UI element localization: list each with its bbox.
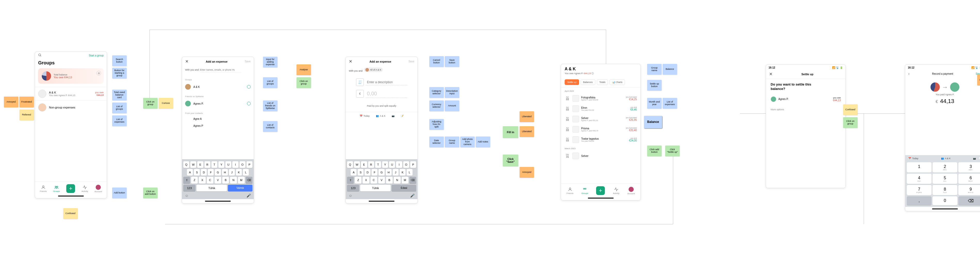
add-expense-button[interactable]: + [596, 186, 605, 195]
key-G[interactable]: G [379, 169, 384, 176]
key-Z[interactable]: Z [191, 177, 198, 184]
search-icon[interactable] [38, 53, 42, 58]
expense-row[interactable]: Apr03 Toatar tagastusYou paid €48,00 you… [561, 135, 640, 145]
tab-groups[interactable]: Groups [53, 185, 60, 192]
tab-charts[interactable]: 📊 Charts [609, 79, 625, 85]
key-R[interactable]: R [368, 161, 374, 168]
save-button[interactable]: Save [409, 60, 414, 63]
key-V[interactable]: V [378, 177, 385, 184]
numkey-3[interactable]: 3DEF [958, 162, 980, 173]
emoji-icon[interactable]: ☺ [185, 193, 188, 198]
key-L[interactable]: L [243, 169, 249, 176]
key-R[interactable]: R [204, 161, 210, 168]
group-selector[interactable]: 👥A & K [376, 115, 386, 117]
filter-icon[interactable]: ⚙ [96, 71, 101, 76]
key-C[interactable]: C [207, 177, 213, 184]
date-selector[interactable]: 📅Today [908, 157, 918, 160]
key-Q[interactable]: Q [347, 161, 353, 168]
category-icon[interactable]: 🧾 [356, 78, 364, 86]
description-input[interactable] [366, 79, 407, 85]
contact-option[interactable]: Agnes P [182, 122, 254, 129]
key-I[interactable]: I [396, 161, 402, 168]
camera-icon[interactable]: 📷 [973, 157, 976, 160]
numkey-⌫[interactable]: ⌫ [958, 196, 980, 205]
tab-friends[interactable]: Friends [40, 185, 47, 192]
group-row[interactable]: A & K You owe Agnes P. €44,13 you owe €4… [35, 87, 107, 100]
camera-button[interactable]: 📷 [391, 115, 395, 117]
key-Y[interactable]: Y [382, 161, 388, 168]
key-K[interactable]: K [399, 169, 406, 176]
key-G[interactable]: G [215, 169, 221, 176]
key-T[interactable]: T [375, 161, 381, 168]
more-options[interactable]: More options [766, 105, 845, 114]
key-E[interactable]: E [197, 161, 203, 168]
key-N[interactable]: N [394, 177, 400, 184]
numkey-4[interactable]: 4GHI [907, 174, 932, 184]
tab-activity[interactable]: Activity [613, 187, 619, 195]
tab-balances[interactable]: Balances [581, 79, 595, 85]
mic-icon[interactable]: 🎤 [410, 193, 415, 198]
key-O[interactable]: O [403, 161, 409, 168]
key-U[interactable]: U [225, 161, 231, 168]
tab-totals[interactable]: Totals [597, 79, 608, 85]
key-K[interactable]: K [236, 169, 242, 176]
key-Z[interactable]: Z [355, 177, 361, 184]
amount-field[interactable]: 44,13 [940, 98, 954, 105]
key-P[interactable]: P [247, 161, 252, 168]
numkey-2[interactable]: 2ABC [932, 162, 957, 173]
key-⇧[interactable]: ⇧ [347, 177, 354, 184]
numkey-0[interactable]: 0 [932, 196, 957, 205]
key-W[interactable]: W [354, 161, 360, 168]
key-V[interactable]: V [215, 177, 221, 184]
numkey-8[interactable]: 8TUV [932, 185, 957, 195]
close-icon[interactable]: ✕ [769, 71, 772, 76]
key-D[interactable]: D [201, 169, 207, 176]
key-done[interactable]: Edasi [391, 185, 416, 192]
key-Q[interactable]: Q [183, 161, 189, 168]
key-H[interactable]: H [386, 169, 391, 176]
expense-row[interactable]: Apr03 SelverAgnes P. paid €51,91 you bor… [561, 114, 640, 124]
key-S[interactable]: S [358, 169, 364, 176]
amount-input[interactable]: 0,00 [366, 90, 407, 98]
key-E[interactable]: E [361, 161, 367, 168]
key-J[interactable]: J [393, 169, 399, 176]
date-selector[interactable]: 📅Today [360, 115, 370, 117]
tab-friends[interactable]: Friends [566, 187, 573, 195]
with-chip[interactable]: All of A & K [364, 68, 383, 72]
contact-option[interactable]: Agne A [182, 116, 254, 122]
key-⌫[interactable]: ⌫ [409, 177, 416, 184]
key-X[interactable]: X [363, 177, 369, 184]
add-expense-button[interactable]: + [66, 184, 75, 193]
close-icon[interactable]: ✕ [349, 59, 352, 64]
friend-option[interactable]: Agnes P. [182, 99, 254, 108]
notes-button[interactable]: 📝 [401, 115, 404, 117]
tab-groups[interactable]: Groups [581, 187, 588, 195]
key-U[interactable]: U [389, 161, 395, 168]
key-M[interactable]: M [238, 177, 245, 184]
note-icon[interactable]: 📝 [979, 157, 980, 160]
key-⇧[interactable]: ⇧ [183, 177, 190, 184]
key-⌫[interactable]: ⌫ [246, 177, 252, 184]
key-S[interactable]: S [194, 169, 200, 176]
tab-account[interactable]: Account [95, 185, 102, 193]
paid-by-text[interactable]: Paid by you and split equally [346, 101, 417, 112]
numkey-6[interactable]: 6MNO [958, 174, 980, 184]
key-P[interactable]: P [410, 161, 416, 168]
key-H[interactable]: H [222, 169, 228, 176]
total-balance-card[interactable]: Total balance You owe €44,13 ⚙ [38, 68, 103, 84]
currency-selector[interactable]: € [356, 90, 364, 98]
key-O[interactable]: O [240, 161, 245, 168]
key-I[interactable]: I [232, 161, 238, 168]
key-123[interactable]: 123 [183, 185, 196, 192]
expense-row[interactable]: Mar31 Selver [561, 151, 640, 161]
key-C[interactable]: C [371, 177, 377, 184]
save-button[interactable]: Save [245, 60, 251, 63]
numkey-,[interactable]: , [907, 196, 932, 205]
key-N[interactable]: N [230, 177, 237, 184]
key-123[interactable]: 123 [347, 185, 359, 192]
numkey-5[interactable]: 5JKL [932, 174, 957, 184]
key-W[interactable]: W [190, 161, 196, 168]
key-A[interactable]: A [351, 169, 356, 176]
numkey-7[interactable]: 7PQRS [907, 185, 932, 195]
key-X[interactable]: X [199, 177, 205, 184]
